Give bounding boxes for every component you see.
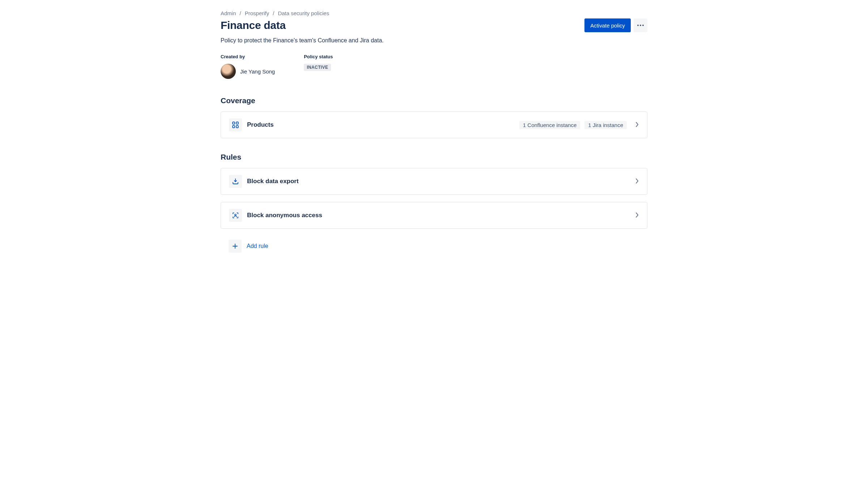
coverage-badge-jira: 1 Jira instance [584, 121, 627, 129]
creator-name: Jie Yang Song [240, 68, 275, 75]
plus-icon [229, 240, 242, 253]
activate-policy-button[interactable]: Activate policy [584, 18, 631, 32]
coverage-heading: Coverage [221, 96, 647, 105]
download-icon [229, 175, 242, 188]
svg-rect-2 [233, 126, 235, 128]
svg-rect-1 [236, 122, 238, 124]
coverage-badge-confluence: 1 Confluence instance [519, 121, 580, 129]
breadcrumb-data-security-policies[interactable]: Data security policies [278, 10, 329, 16]
svg-rect-3 [236, 126, 238, 128]
svg-rect-0 [233, 122, 235, 124]
breadcrumb-separator: / [273, 10, 274, 16]
products-icon [229, 118, 242, 131]
chevron-right-icon [635, 212, 639, 219]
breadcrumb-prosperify[interactable]: Prosperify [245, 10, 269, 16]
created-by-label: Created by [221, 54, 275, 59]
anonymous-icon [229, 209, 242, 222]
avatar [221, 64, 236, 79]
more-icon [637, 25, 644, 26]
page-title: Finance data [221, 19, 286, 31]
breadcrumb-separator: / [240, 10, 241, 16]
rule-label: Block data export [247, 178, 630, 185]
products-label: Products [247, 121, 514, 128]
created-by-block: Created by Jie Yang Song [221, 54, 275, 79]
rule-block-data-export-card[interactable]: Block data export [221, 168, 647, 195]
policy-status-label: Policy status [304, 54, 333, 59]
policy-status-block: Policy status INACTIVE [304, 54, 333, 79]
rules-heading: Rules [221, 153, 647, 161]
rule-block-anonymous-access-card[interactable]: Block anonymous access [221, 202, 647, 229]
chevron-right-icon [635, 122, 639, 128]
add-rule-label: Add rule [247, 243, 268, 249]
breadcrumb: Admin / Prosperify / Data security polic… [221, 10, 647, 16]
add-rule-button[interactable]: Add rule [221, 240, 647, 253]
svg-point-4 [235, 214, 236, 216]
more-actions-button[interactable] [634, 18, 647, 32]
coverage-products-card[interactable]: Products 1 Confluence instance 1 Jira in… [221, 111, 647, 138]
chevron-right-icon [635, 178, 639, 185]
breadcrumb-admin[interactable]: Admin [221, 10, 236, 16]
policy-description: Policy to protect the Finance's team's C… [221, 37, 647, 44]
status-badge: INACTIVE [304, 64, 331, 71]
rule-label: Block anonymous access [247, 212, 630, 219]
